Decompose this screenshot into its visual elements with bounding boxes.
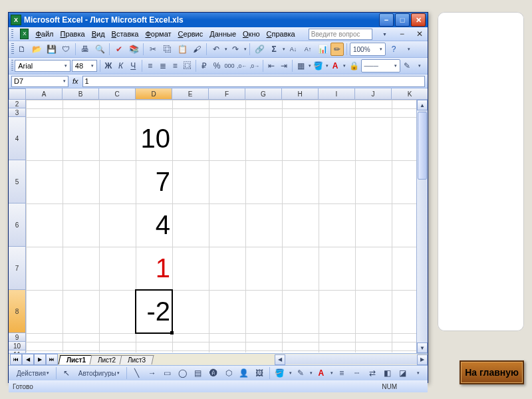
diagram-icon[interactable]: ⬡ <box>222 366 235 380</box>
sort-desc-icon[interactable]: A↑ <box>301 43 315 56</box>
col-header-C[interactable]: C <box>99 88 136 100</box>
col-header-A[interactable]: A <box>26 88 63 100</box>
menubar-dropdown-icon[interactable]: ▼ <box>379 27 390 41</box>
tab-next-icon[interactable]: ▶ <box>34 354 46 365</box>
select-objects-icon[interactable]: ↖ <box>60 366 73 380</box>
grip-icon[interactable] <box>11 60 13 72</box>
rectangle-icon[interactable]: ▭ <box>161 366 174 380</box>
help-question-box[interactable]: Введите вопрос <box>309 29 372 40</box>
copy-icon[interactable]: ⿻ <box>161 43 174 56</box>
undo-dropdown-icon[interactable]: ▾ <box>225 47 227 52</box>
new-doc-icon[interactable]: 🗋 <box>15 43 29 56</box>
row-header-10[interactable]: 10 <box>9 342 26 350</box>
col-header-E[interactable]: E <box>172 88 209 100</box>
help-icon[interactable]: ? <box>387 43 400 56</box>
col-header-K[interactable]: K <box>392 88 428 100</box>
cut-icon[interactable]: ✂ <box>146 43 160 56</box>
highlight-icon[interactable]: ✎ <box>402 59 413 72</box>
titlebar[interactable]: X Microsoft Excel - Лист Microsoft Excel… <box>9 13 428 27</box>
fontcolor-dropdown-icon[interactable]: ▾ <box>343 63 346 68</box>
formula-input[interactable]: 1 <box>82 76 425 87</box>
textbox-icon[interactable]: ▤ <box>192 366 205 380</box>
borders-icon[interactable]: ▦ <box>295 59 307 72</box>
italic-icon[interactable]: К <box>115 59 126 72</box>
grip-icon[interactable] <box>11 29 13 39</box>
home-button[interactable]: На главную <box>460 360 524 384</box>
align-left-icon[interactable]: ≡ <box>144 59 156 72</box>
borders-dropdown-icon[interactable]: ▾ <box>309 63 311 68</box>
sheet-tab-1[interactable]: Лист1 <box>59 355 94 364</box>
cell-D6[interactable]: 4 <box>136 203 172 247</box>
sort-asc-icon[interactable]: A↓ <box>287 43 300 56</box>
cells-area[interactable]: 10741-2 <box>26 100 428 352</box>
vertical-scrollbar[interactable]: ▲ ▼ <box>416 100 428 353</box>
menu-window[interactable]: Окно <box>243 30 260 38</box>
oval-icon[interactable]: ◯ <box>176 366 190 380</box>
restore-workbook-button[interactable]: − <box>396 27 407 41</box>
toolbar-options-icon[interactable]: ▾ <box>402 43 415 56</box>
col-header-I[interactable]: I <box>319 88 355 100</box>
grip-icon[interactable] <box>11 43 14 55</box>
row-header-7[interactable]: 7 <box>9 247 26 290</box>
align-right-icon[interactable]: ≡ <box>170 59 181 72</box>
row-header-8[interactable]: 8 <box>9 290 26 333</box>
format-painter-icon[interactable]: 🖌 <box>190 43 203 56</box>
font-size-combo[interactable]: 48▾ <box>72 60 97 72</box>
underline-icon[interactable]: Ч <box>128 59 139 72</box>
insert-picture-icon[interactable]: 🖼 <box>253 366 266 380</box>
autoshapes-menu[interactable]: Автофигуры▾ <box>75 366 123 380</box>
cell-D7[interactable]: 1 <box>136 247 172 290</box>
hyperlink-icon[interactable]: 🔗 <box>253 43 266 56</box>
chart-wizard-icon[interactable]: 📊 <box>316 43 329 56</box>
line-style-combo[interactable]: ───▾ <box>361 59 400 72</box>
scroll-down-icon[interactable]: ▼ <box>417 342 428 353</box>
paste-icon[interactable]: 📋 <box>176 43 189 56</box>
save-icon[interactable]: 💾 <box>45 43 58 56</box>
fill-dd-icon[interactable]: ▾ <box>289 370 292 376</box>
zoom-combo[interactable]: 100%▾ <box>350 43 386 56</box>
row-header-6[interactable]: 6 <box>9 203 26 247</box>
cell-D5[interactable]: 7 <box>136 160 172 203</box>
fill-color-draw-icon[interactable]: 🪣 <box>273 366 287 380</box>
redo-dropdown-icon[interactable]: ▾ <box>244 47 247 52</box>
toolbar-options-icon[interactable]: ▾ <box>414 59 425 72</box>
menu-edit[interactable]: Правка <box>60 30 84 38</box>
col-header-D[interactable]: D <box>136 88 172 100</box>
menu-insert[interactable]: Вставка <box>112 30 139 38</box>
line-color-icon[interactable]: ✎ <box>294 366 307 380</box>
spellcheck-icon[interactable]: ✔ <box>112 43 126 56</box>
tab-prev-icon[interactable]: ◀ <box>22 354 34 365</box>
fill-dropdown-icon[interactable]: ▾ <box>326 63 329 68</box>
scroll-thumb[interactable] <box>418 112 427 180</box>
row-header-5[interactable]: 5 <box>9 160 26 203</box>
redo-icon[interactable]: ↷ <box>229 43 242 56</box>
line-dd-icon[interactable]: ▾ <box>310 370 313 376</box>
scroll-right-icon[interactable]: ▶ <box>417 354 428 365</box>
row-header-11[interactable]: 11 <box>9 350 26 354</box>
undo-icon[interactable]: ↶ <box>209 43 223 56</box>
bold-icon[interactable]: Ж <box>102 59 114 72</box>
col-header-G[interactable]: G <box>245 88 282 100</box>
fontcolor-dd-icon[interactable]: ▾ <box>331 370 333 376</box>
align-center-icon[interactable]: ≣ <box>157 59 168 72</box>
row-header-9[interactable]: 9 <box>9 333 26 342</box>
arrow-style-icon[interactable]: ⇄ <box>366 366 379 380</box>
drawing-toggle-icon[interactable]: ✏ <box>331 43 344 56</box>
increase-decimal-icon[interactable]: ,0← <box>237 59 248 72</box>
cell-D4[interactable]: 10 <box>136 117 172 160</box>
maximize-button[interactable]: □ <box>395 13 410 27</box>
currency-icon[interactable]: ₽ <box>199 59 210 72</box>
print-icon[interactable]: 🖶 <box>78 43 92 56</box>
name-box[interactable]: D7▾ <box>11 76 68 87</box>
col-header-J[interactable]: J <box>355 88 392 100</box>
shadow-icon[interactable]: ◧ <box>381 366 394 380</box>
col-header-B[interactable]: B <box>63 88 99 100</box>
open-icon[interactable]: 📂 <box>30 43 43 56</box>
comma-icon[interactable]: 000 <box>224 59 235 72</box>
increase-indent-icon[interactable]: ⇥ <box>279 59 290 72</box>
menu-help[interactable]: Справка <box>267 30 295 38</box>
fx-icon[interactable]: fx <box>72 77 78 85</box>
font-color-icon[interactable]: A <box>330 59 341 72</box>
font-color-draw-icon[interactable]: A <box>315 366 328 380</box>
tab-first-icon[interactable]: ⏮ <box>10 354 22 365</box>
